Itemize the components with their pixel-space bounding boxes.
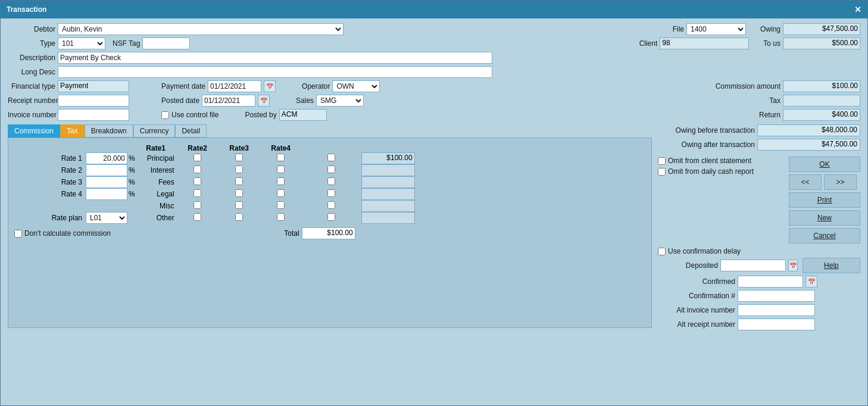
receipt-number-input[interactable] [58,95,129,107]
confirmation-num-input[interactable] [738,290,815,302]
return-value: $400.00 [783,109,860,121]
legal-rate4-cb[interactable] [327,189,335,197]
confirmed-calendar[interactable]: 📅 [805,276,817,288]
other-row: Rate plan L01 Other [14,212,645,224]
fees-rate1-cb[interactable] [193,177,201,185]
deposited-label: Deposited [658,261,718,270]
posted-date-input[interactable] [202,95,255,107]
print-new-cancel: Print New Cancel [658,192,860,243]
description-input[interactable] [58,52,492,64]
principal-rate1-cb[interactable] [193,154,201,161]
principal-label: Principal [135,152,177,164]
invoice-number-label: Invoice number [8,111,55,119]
omit-client-checkbox[interactable] [658,157,666,165]
confirmation-num-label: Confirmation # [658,292,735,300]
posted-by-value: ACM [279,109,327,121]
other-rate2-cb[interactable] [235,213,243,221]
rate1-label: Rate 1 [14,152,86,164]
owing-after-label: Owing after transaction [658,140,755,149]
tab-detail[interactable]: Detail [175,124,207,138]
alt-receipt-input[interactable] [738,318,815,330]
omit-daily-checkbox[interactable] [658,168,666,176]
owing-before-label: Owing before transaction [658,126,755,135]
fees-rate3-cb[interactable] [277,177,285,185]
misc-rate2-cb[interactable] [235,201,243,209]
nsf-input[interactable] [142,38,190,49]
alt-invoice-input[interactable] [738,304,815,316]
deposited-calendar[interactable]: 📅 [788,260,798,271]
help-button[interactable]: Help [803,258,860,273]
cancel-button[interactable]: Cancel [789,228,860,243]
operator-select[interactable]: OWN [332,80,380,92]
interest-rate2-cb[interactable] [235,165,243,173]
legal-rate1-cb[interactable] [193,189,201,197]
fees-rate2-cb[interactable] [235,177,243,185]
principal-rate2-cb[interactable] [235,154,243,161]
misc-rate4-cb[interactable] [327,201,335,209]
long-desc-row: Long Desc [8,66,860,78]
action-buttons: OK << >> [789,157,860,190]
invoice-row: Invoice number Use control file Posted b… [8,109,860,121]
invoice-number-input[interactable] [58,109,129,121]
rate4-input[interactable] [86,188,127,200]
rate2-input[interactable] [86,164,127,176]
fees-rate4-cb[interactable] [327,177,335,185]
legal-rate2-cb[interactable] [235,189,243,197]
other-rate3-cb[interactable] [277,213,285,221]
omit-checks: Omit from client statement Omit from dai… [658,157,783,190]
use-control-file-checkbox[interactable] [161,111,169,119]
rate1-input[interactable] [86,152,127,164]
rate3-col-header: Rate3 [218,144,260,152]
misc-rate1-cb[interactable] [193,201,201,209]
print-button[interactable]: Print [789,192,860,208]
rate-plan-select[interactable]: L01 [86,212,127,224]
use-confirmation-checkbox[interactable] [658,248,666,255]
left-panel: Commission Tax Breakdown Currency Detail… [8,124,652,333]
principal-rate4-cb[interactable] [327,154,335,161]
payment-date-calendar[interactable]: 📅 [264,80,276,92]
tab-tax[interactable]: Tax [60,124,85,138]
type-select[interactable]: 101 [58,38,105,49]
file-select[interactable]: 1400 [686,23,746,35]
next-button[interactable]: >> [824,174,857,190]
dont-calc-checkbox[interactable] [14,230,22,238]
owing-after-value: $47,500.00 [757,139,860,151]
long-desc-input[interactable] [58,66,492,78]
debtor-select[interactable]: Aubin, Kevin [58,23,344,35]
rate3-percent: % [129,178,135,186]
interest-rate1-cb[interactable] [193,165,201,173]
new-button[interactable]: New [789,210,860,226]
misc-label: Misc [135,200,177,212]
deposited-input[interactable] [720,260,786,271]
principal-amount: $100.00 [361,152,415,164]
other-rate4-cb[interactable] [327,213,335,221]
omit-daily-row: Omit from daily cash report [658,167,783,176]
client-label: Client [639,39,658,48]
legal-rate3-cb[interactable] [277,189,285,197]
alt-receipt-label: Alt receipt number [658,320,735,329]
interest-rate4-cb[interactable] [327,165,335,173]
fees-amount [361,176,415,188]
prev-button[interactable]: << [789,174,822,190]
close-button[interactable]: ✕ [854,5,861,14]
commission-panel: Rate1 Rate2 Rate3 Rate4 Rate 1 [8,138,652,328]
ok-button[interactable]: OK [789,157,860,172]
payment-date-input[interactable] [208,80,261,92]
posted-date-calendar[interactable]: 📅 [258,95,270,107]
tab-commission[interactable]: Commission [8,124,60,138]
misc-rate3-cb[interactable] [277,201,285,209]
sales-label: Sales [296,96,314,105]
rate-plan-label: Rate plan [14,212,86,224]
tab-breakdown[interactable]: Breakdown [85,124,133,138]
other-rate1-cb[interactable] [193,213,201,221]
interest-label: Interest [135,164,177,176]
interest-rate3-cb[interactable] [277,165,285,173]
rate3-input[interactable] [86,176,127,188]
confirmed-input[interactable] [738,276,803,288]
sales-select[interactable]: SMG [316,95,364,107]
financial-row: Financial type Payment Payment date 📅 Op… [8,80,860,92]
principal-rate3-cb[interactable] [277,154,285,161]
tab-currency[interactable]: Currency [133,124,176,138]
rate1-percent: % [129,154,135,163]
long-desc-label: Long Desc [8,68,55,76]
